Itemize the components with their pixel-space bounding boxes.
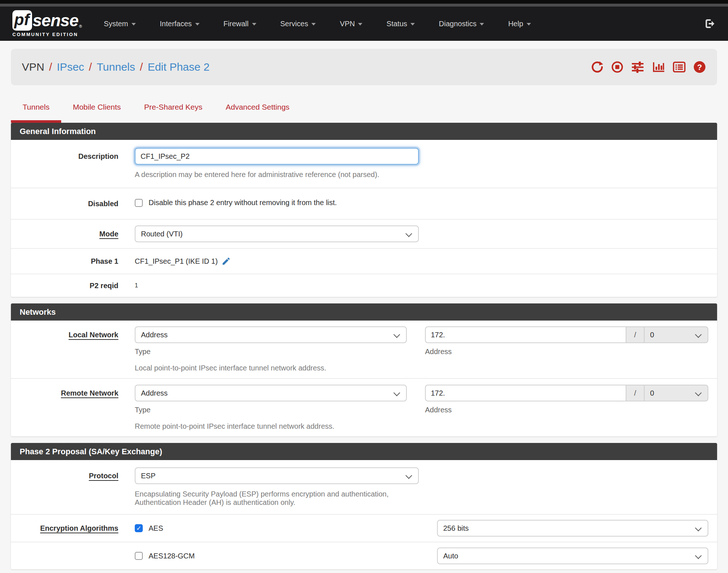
local-network-type-caption: Type <box>135 348 407 356</box>
logo-sense-text: sense <box>33 11 78 30</box>
phase1-row: Phase 1 CF1_IPsec_P1 (IKE ID 1) <box>11 249 717 274</box>
breadcrumb-link-edit-phase2[interactable]: Edit Phase 2 <box>147 61 209 73</box>
protocol-select[interactable]: ESP <box>135 467 419 484</box>
tab-tunnels[interactable]: Tunnels <box>11 103 61 123</box>
navbar-menu: System Interfaces Firewall Services VPN … <box>104 20 555 28</box>
stop-icon <box>611 60 624 74</box>
edit-phase1-button[interactable] <box>221 256 231 266</box>
general-information-panel: General Information Description A descri… <box>11 123 717 297</box>
encryption-algorithm-row-aes: Encryption Algorithms AES 256 bits <box>11 515 717 542</box>
protocol-help-text: Encapsulating Security Payload (ESP) per… <box>135 490 419 507</box>
nav-item-services[interactable]: Services <box>280 20 316 28</box>
tab-pre-shared-keys[interactable]: Pre-Shared Keys <box>133 103 214 123</box>
breadcrumb-link-ipsec[interactable]: IPsec <box>57 61 84 73</box>
local-network-type-select[interactable]: Address <box>135 326 407 343</box>
remote-network-mask-separator: / <box>626 385 645 401</box>
remote-network-address-caption: Address <box>425 406 708 414</box>
disabled-checkbox[interactable] <box>135 199 143 207</box>
tab-bar: Tunnels Mobile Clients Pre-Shared Keys A… <box>11 103 717 123</box>
phase2-proposal-panel: Phase 2 Proposal (SA/Key Exchange) Proto… <box>11 443 717 569</box>
phase1-label: Phase 1 <box>11 256 131 266</box>
refresh-button[interactable] <box>591 60 604 74</box>
description-help-text: A description may be entered here for ad… <box>135 170 419 179</box>
chevron-down-icon <box>311 23 316 25</box>
phase2-proposal-heading: Phase 2 Proposal (SA/Key Exchange) <box>11 443 717 460</box>
networks-panel: Networks Local Network Address Type Loca… <box>11 303 717 436</box>
aes128gcm-checkbox-label: AES128-GCM <box>149 552 195 560</box>
local-network-mask-select[interactable]: 0 <box>645 326 708 343</box>
breadcrumb-link-tunnels[interactable]: Tunnels <box>97 61 135 73</box>
nav-item-status[interactable]: Status <box>386 20 415 28</box>
mode-row: Mode Routed (VTI) <box>11 220 717 249</box>
aes-checkbox-label: AES <box>149 524 163 533</box>
description-row: Description A description may be entered… <box>11 140 717 188</box>
logout-button[interactable] <box>704 18 716 30</box>
help-icon: ? <box>693 60 706 74</box>
breadcrumb-root: VPN <box>22 61 44 73</box>
protocol-label: Protocol <box>11 467 131 507</box>
nav-item-interfaces[interactable]: Interfaces <box>160 20 200 28</box>
local-network-address-caption: Address <box>425 348 708 356</box>
nav-item-vpn[interactable]: VPN <box>340 20 362 28</box>
local-network-row: Local Network Address Type Local point-t… <box>11 321 717 379</box>
remote-network-mask-select[interactable]: 0 <box>645 385 708 401</box>
phase1-value: CF1_IPsec_P1 (IKE ID 1) <box>135 256 218 266</box>
disabled-label: Disabled <box>11 199 131 209</box>
nav-item-firewall[interactable]: Firewall <box>224 20 256 28</box>
local-network-label: Local Network <box>11 326 131 372</box>
status-chart-icon <box>652 60 665 74</box>
tab-advanced-settings[interactable]: Advanced Settings <box>214 103 301 123</box>
remote-network-address-input[interactable] <box>425 385 626 401</box>
chevron-down-icon <box>252 23 256 25</box>
pfsense-logo[interactable]: pf sense ® COMMUNITY EDITION <box>12 10 82 37</box>
chevron-down-icon <box>480 23 484 25</box>
logo-pf-box: pf <box>12 10 32 31</box>
networks-heading: Networks <box>11 303 717 321</box>
remote-network-row: Remote Network Address Type Remote point… <box>11 379 717 436</box>
local-network-help-text: Local point-to-point IPsec interface tun… <box>135 364 407 372</box>
sliders-icon <box>631 60 645 74</box>
local-network-mask-separator: / <box>626 326 645 343</box>
window-sub-strip <box>0 4 728 7</box>
remote-network-label: Remote Network <box>11 385 131 431</box>
disabled-row: Disabled Disable this phase 2 entry with… <box>11 188 717 220</box>
nav-item-diagnostics[interactable]: Diagnostics <box>439 20 484 28</box>
log-icon <box>672 60 686 74</box>
nav-item-help[interactable]: Help <box>508 20 531 28</box>
remote-network-type-caption: Type <box>135 406 407 414</box>
logo-registered-mark: ® <box>79 24 82 28</box>
p2-reqid-label: P2 reqid <box>11 280 131 291</box>
aes128gcm-checkbox[interactable] <box>135 552 143 560</box>
nav-item-system[interactable]: System <box>104 20 136 28</box>
sign-out-icon <box>704 18 716 30</box>
chevron-down-icon <box>527 23 531 25</box>
sliders-button[interactable] <box>631 60 645 74</box>
tab-mobile-clients[interactable]: Mobile Clients <box>61 103 133 123</box>
stop-button[interactable] <box>611 60 624 74</box>
window-top-strip <box>0 0 728 4</box>
remote-network-help-text: Remote point-to-point IPsec interface tu… <box>135 422 407 431</box>
status-chart-button[interactable] <box>652 60 665 74</box>
local-network-address-input[interactable] <box>425 326 626 343</box>
p2-reqid-row: P2 reqid 1 <box>11 274 717 297</box>
help-button[interactable]: ? <box>693 60 706 74</box>
chevron-down-icon <box>195 23 200 25</box>
mode-label: Mode <box>11 225 131 242</box>
refresh-icon <box>591 60 604 74</box>
pencil-icon <box>221 256 231 266</box>
logo-edition-text: COMMUNITY EDITION <box>12 32 82 37</box>
description-label: Description <box>11 148 131 179</box>
description-input[interactable] <box>135 148 419 165</box>
aes-checkbox[interactable] <box>135 524 143 532</box>
mode-select[interactable]: Routed (VTI) <box>135 225 419 242</box>
aes-keylen-select[interactable]: 256 bits <box>437 520 708 537</box>
svg-text:?: ? <box>697 63 702 72</box>
aes128gcm-keylen-select[interactable]: Auto <box>437 548 708 564</box>
top-navbar: pf sense ® COMMUNITY EDITION System Inte… <box>0 7 728 41</box>
remote-network-type-select[interactable]: Address <box>135 385 407 401</box>
chevron-down-icon <box>131 23 136 25</box>
log-button[interactable] <box>672 60 686 74</box>
disabled-checkbox-label: Disable this phase 2 entry without remov… <box>149 199 337 207</box>
encryption-algorithm-row-aes128gcm: AES128-GCM Auto <box>11 542 717 569</box>
chevron-down-icon <box>358 23 362 25</box>
